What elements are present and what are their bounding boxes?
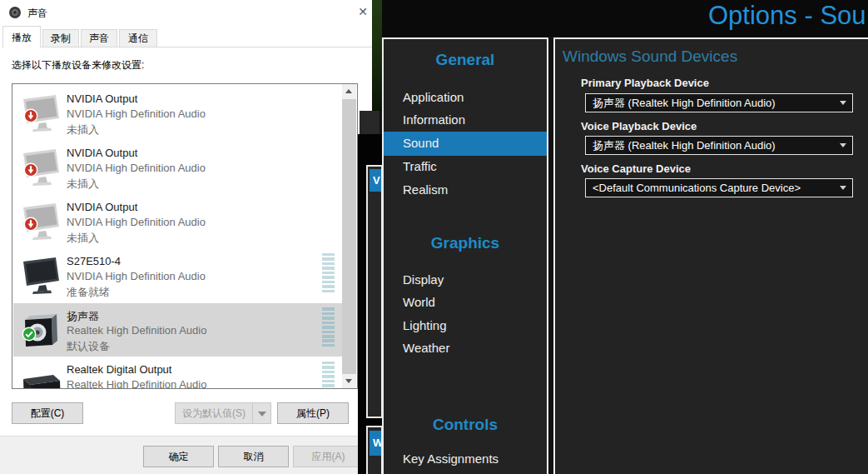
instruction-text: 选择以下播放设备来修改设置: [12,58,144,72]
device-status: 未插入 [67,231,99,246]
volume-meter [322,307,335,347]
sound-dialog: 声音 ✕ 播放 录制 声音 通信 选择以下播放设备来修改设置: [0,0,379,474]
tab-playback[interactable]: 播放 [2,26,41,47]
primary-playback-value: 扬声器 (Realtek High Definition Audio) [593,97,776,109]
nav-section-controls: Controls [384,416,547,434]
voice-playback-value: 扬声器 (Realtek High Definition Audio) [593,139,776,152]
scroll-up-icon[interactable] [342,84,356,98]
apply-button[interactable]: 应用(A) [293,446,364,467]
device-driver: Realtek High Definition Audio [67,324,206,337]
device-status: 未插入 [67,177,99,192]
device-status: 未插入 [67,122,99,137]
nav-item-sound[interactable]: Sound [403,136,439,150]
nav-item-realism[interactable]: Realism [403,182,448,197]
background-window-fragment [360,111,379,134]
device-name: NVIDIA Output [67,92,137,105]
nav-section-general: General [384,51,547,69]
device-name: NVIDIA Output [67,201,137,213]
slider-label-badge: V [370,169,383,192]
unplugged-badge-icon [23,217,38,232]
primary-playback-dropdown[interactable]: 扬声器 (Realtek High Definition Audio) [585,93,853,112]
nav-item-world[interactable]: World [403,295,435,309]
game-scene-sliver [372,0,382,113]
device-row-nvidia-3[interactable]: NVIDIA Output NVIDIA High Definition Aud… [13,195,356,248]
device-driver: NVIDIA High Definition Audio [67,270,206,282]
tab-communications[interactable]: 通信 [119,29,157,47]
nav-section-graphics: Graphics [384,234,547,252]
device-driver: Realtek High Definition Audio [67,378,206,389]
speaker-icon [8,6,22,19]
device-status: 默认设备 [67,339,110,354]
subwoofer-icon [20,362,63,389]
nav-item-information[interactable]: Information [403,112,465,127]
voice-playback-dropdown[interactable]: 扬声器 (Realtek High Definition Audio) [585,136,853,155]
dialog-title: 声音 [27,7,47,21]
options-content-panel: Windows Sound Devices Primary Playback D… [553,37,868,474]
scroll-down-icon[interactable] [342,374,356,388]
screen: Options - Sou V W General Application In… [0,0,868,474]
default-device-badge-icon [22,327,37,342]
list-scrollbar[interactable] [342,84,356,388]
primary-playback-label: Primary Playback Device [581,77,709,89]
volume-meter [322,362,335,389]
voice-capture-dropdown[interactable]: <Default Communications Capture Device> [585,178,853,197]
set-default-split-button[interactable]: 设为默认值(S) [175,402,271,424]
device-name: Realtek Digital Output [67,363,171,376]
device-name: 扬声器 [67,309,99,324]
chevron-down-icon [840,101,846,105]
nav-item-application[interactable]: Application [403,90,464,104]
nav-item-traffic[interactable]: Traffic [403,159,437,173]
voice-capture-label: Voice Capture Device [581,162,691,175]
device-row-nvidia-1[interactable]: NVIDIA Output NVIDIA High Definition Aud… [13,87,356,140]
scrollbar-thumb[interactable] [342,99,356,374]
device-driver: NVIDIA High Definition Audio [67,216,206,228]
device-row-digital-output[interactable]: Realtek Digital Output Realtek High Defi… [13,357,356,389]
ok-button[interactable]: 确定 [143,446,214,467]
background-slider-box: W [366,426,383,474]
nav-item-key-assignments[interactable]: Key Assignments [403,452,498,466]
chevron-down-icon [840,143,846,147]
volume-meter [322,253,335,292]
slider-label-badge: W [370,431,383,456]
device-driver: NVIDIA High Definition Audio [67,107,206,120]
unplugged-badge-icon [23,162,38,177]
device-row-speakers[interactable]: 扬声器 Realtek High Definition Audio 默认设备 [13,303,356,357]
tab-recording[interactable]: 录制 [42,29,79,47]
chevron-down-icon[interactable] [253,403,270,423]
panel-heading: Windows Sound Devices [563,47,737,66]
device-name: S27E510-4 [67,255,121,267]
nav-item-display[interactable]: Display [403,272,444,287]
configure-button[interactable]: 配置(C) [12,402,83,424]
game-window-title: Options - Sou [708,1,866,31]
dialog-titlebar: 声音 ✕ [0,0,379,25]
chevron-down-icon [840,186,846,190]
unplugged-badge-icon [23,108,38,123]
device-row-nvidia-2[interactable]: NVIDIA Output NVIDIA High Definition Aud… [13,141,356,194]
monitor-dark-icon [20,254,63,297]
device-status: 准备就绪 [67,285,110,300]
device-name: NVIDIA Output [67,147,137,159]
nav-item-weather[interactable]: Weather [403,341,449,355]
nav-item-lighting[interactable]: Lighting [403,318,447,332]
background-slider-box: V [366,165,383,418]
playback-device-list: NVIDIA Output NVIDIA High Definition Aud… [12,83,358,389]
game-window-titlebar: Options - Sou [373,0,868,37]
device-row-monitor[interactable]: S27E510-4 NVIDIA High Definition Audio 准… [13,249,356,302]
cancel-button[interactable]: 取消 [218,446,289,467]
options-nav-panel: General Application Information Sound Tr… [382,37,548,474]
device-driver: NVIDIA High Definition Audio [67,162,206,174]
set-default-button[interactable]: 设为默认值(S) [176,403,252,423]
tab-sounds[interactable]: 声音 [81,29,117,47]
properties-button[interactable]: 属性(P) [277,402,349,424]
voice-capture-value: <Default Communications Capture Device> [593,182,801,194]
voice-playback-label: Voice Playback Device [581,120,697,132]
